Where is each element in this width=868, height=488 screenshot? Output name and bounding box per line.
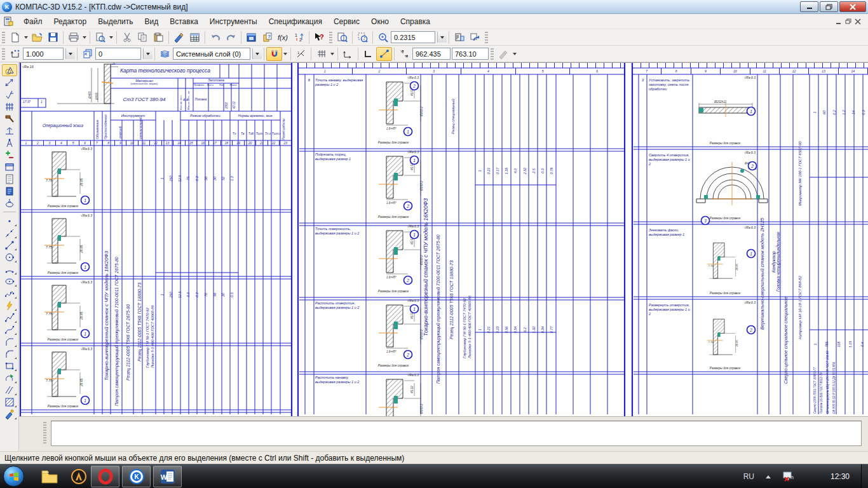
operation-text[interactable]: Подрезать торец, выдерживая размер 1 bbox=[313, 149, 366, 223]
document-icon[interactable] bbox=[3, 16, 14, 27]
operation-number[interactable]: 6 bbox=[305, 74, 313, 149]
sheet2-values-band1[interactable]: 10.210.171.354.02.522.50.30.78 bbox=[475, 158, 556, 184]
roughness-mark[interactable]: √Ra 6.3 bbox=[407, 150, 419, 154]
context-help-button[interactable]: ? bbox=[311, 30, 327, 44]
sketch-caption[interactable]: Размеры для справок bbox=[366, 215, 421, 219]
grid-dropdown[interactable] bbox=[329, 47, 336, 61]
window-manager-button[interactable] bbox=[243, 30, 259, 44]
circle-tool-button[interactable] bbox=[2, 251, 17, 263]
top-dim-2[interactable]: Ø500 bbox=[96, 93, 99, 100]
parametrization-tool-button[interactable] bbox=[2, 125, 17, 137]
operation-number[interactable] bbox=[639, 299, 647, 374]
sketch-caption[interactable]: Размеры для справок bbox=[693, 292, 757, 295]
undo-button[interactable] bbox=[207, 30, 223, 44]
material-value[interactable]: Ст3 ГОСТ 380-94 bbox=[111, 88, 178, 111]
layers-icon[interactable] bbox=[157, 47, 173, 61]
auxiliary-line-tool-button[interactable] bbox=[2, 227, 17, 239]
segment-tool-button[interactable] bbox=[2, 239, 17, 251]
fx-variables-button[interactable]: f(x) bbox=[275, 30, 291, 44]
fixture-text-s1[interactable]: Патрон самоцентрирующий трехкулачковый 7… bbox=[114, 257, 119, 406]
table-v1[interactable]: 17.37 bbox=[23, 100, 31, 104]
local-cs-button[interactable] bbox=[340, 47, 356, 61]
sheet3-values-band1[interactable]: 1600.21.2140.3 bbox=[810, 101, 868, 124]
close-button[interactable] bbox=[839, 1, 866, 12]
sketch-caption[interactable]: Размеры для справок bbox=[32, 338, 94, 341]
print-dropdown[interactable] bbox=[81, 30, 88, 44]
nurbs-curve-tool-button[interactable] bbox=[2, 287, 17, 299]
grid-button[interactable] bbox=[313, 47, 329, 61]
blank-num1[interactable]: 2002 bbox=[226, 102, 229, 109]
menu-item[interactable]: Вид bbox=[139, 15, 165, 28]
operation-number[interactable]: 3 bbox=[639, 74, 647, 149]
ellipse-tool-button[interactable] bbox=[2, 275, 17, 287]
taskbar-clock[interactable]: 12:30 bbox=[831, 472, 850, 481]
designations-tool-button[interactable] bbox=[2, 88, 17, 100]
sketch-caption[interactable]: Размеры для справок bbox=[366, 364, 421, 367]
selection-tool-button[interactable] bbox=[2, 149, 17, 161]
point-tool-button[interactable] bbox=[2, 215, 17, 227]
zoom-page-button[interactable] bbox=[334, 30, 350, 44]
roughness-mark[interactable]: √Ra 6.3 bbox=[407, 76, 419, 79]
show-desktop-button[interactable] bbox=[861, 464, 868, 488]
toolbar-grip[interactable] bbox=[485, 32, 488, 43]
menu-item[interactable]: Файл bbox=[18, 15, 48, 28]
roughness-mark[interactable]: √Ra 6.3 bbox=[407, 373, 419, 377]
machine-text-s2[interactable]: Токарно-винторезный станок с ЧПУ модель … bbox=[423, 198, 429, 336]
views-icon[interactable] bbox=[79, 47, 95, 61]
roughness-mark[interactable]: √Ra 6.3 bbox=[81, 347, 92, 351]
cut-button[interactable] bbox=[119, 30, 135, 44]
line-style-brush-tool-button[interactable] bbox=[2, 408, 17, 420]
rounding-snap-button[interactable] bbox=[376, 47, 392, 61]
sketch-caption[interactable]: Размеры для справок bbox=[32, 271, 94, 274]
rectangle-tool-button[interactable] bbox=[2, 360, 17, 372]
property-input[interactable] bbox=[51, 421, 862, 446]
snap-magnet-button[interactable] bbox=[266, 47, 282, 61]
roughness-mark[interactable]: √Ra 6.3 bbox=[407, 299, 419, 302]
fixture2-text-s3[interactable]: Головка четырехшпиндельная bbox=[776, 232, 780, 292]
step-combo[interactable]: 1.000 bbox=[23, 48, 64, 60]
meas2-text-s3[interactable]: Нутромер НИ 10-18-1 ГОСТ 868-82 bbox=[798, 276, 803, 339]
continuous-input-tool-button[interactable] bbox=[2, 299, 17, 311]
roughness-mark[interactable]: √Ra 6.3 bbox=[407, 224, 419, 228]
sketch-caption[interactable]: Размеры для справок bbox=[32, 205, 94, 208]
view-combo-dropdown[interactable] bbox=[143, 48, 153, 59]
operation-number[interactable] bbox=[305, 372, 313, 416]
preview-button[interactable] bbox=[92, 30, 108, 44]
menu-item[interactable]: Сервис bbox=[328, 15, 365, 28]
geometry-tool-button[interactable] bbox=[2, 64, 17, 76]
parametric-mode-button[interactable]: 1 bbox=[293, 47, 309, 61]
sketch-caption[interactable]: Размеры для справок bbox=[366, 141, 421, 144]
titleblock-line3[interactable]: Штангенциркуль ШЦ-II-250-0.05 ГОСТ 166-8… bbox=[826, 351, 829, 414]
measure-tool-button[interactable] bbox=[2, 137, 17, 149]
menu-item[interactable]: Выделить bbox=[92, 15, 139, 28]
restore-button[interactable] bbox=[820, 1, 838, 12]
machine-text-s1[interactable]: Токарно-винторезный станок с ЧПУ модель … bbox=[104, 251, 110, 381]
drawing-canvas[interactable]: 7.75 28.85 40.02 Ø203.2 1.6×45° bbox=[19, 62, 868, 416]
roughness-top[interactable]: √Ra 16 bbox=[22, 65, 34, 69]
network-status-icon[interactable] bbox=[782, 471, 795, 482]
specification-tool-button[interactable] bbox=[2, 173, 17, 185]
zoom-combo[interactable]: 0.2315 bbox=[391, 31, 435, 43]
tool1-text-s1[interactable]: Резец 2112-0005 Т5К6 ГОСТ 2675-80 bbox=[126, 304, 131, 381]
panel-grip[interactable] bbox=[43, 422, 46, 445]
views-tool-button[interactable] bbox=[2, 161, 17, 173]
titleblock-line2[interactable]: Патрон 16-Б16 ГОСТ 8522-79 bbox=[820, 372, 823, 414]
roughness-mark[interactable]: √Ra 6.3 bbox=[744, 76, 756, 79]
overflow-chevron[interactable] bbox=[512, 47, 518, 61]
menu-item[interactable]: Вставка bbox=[164, 15, 204, 28]
roughness-mark[interactable]: √Ra 6.3 bbox=[81, 214, 92, 217]
explorer-taskbar-icon[interactable] bbox=[40, 467, 59, 486]
sheet3-values-band2[interactable]: 17851181.150.4 bbox=[810, 333, 868, 356]
coord-x-field[interactable]: 763.10 bbox=[452, 48, 489, 60]
sketch-caption[interactable]: Размеры для справок bbox=[366, 290, 421, 293]
top-dim-3[interactable]: 25 bbox=[112, 63, 115, 66]
chamfer-tool-button[interactable] bbox=[2, 336, 17, 348]
snap-dropdown[interactable] bbox=[282, 47, 288, 61]
app-a-taskbar-icon[interactable] bbox=[69, 467, 88, 486]
blank-value[interactable]: Поковка bbox=[193, 88, 208, 111]
zoom-area-button[interactable] bbox=[355, 30, 370, 44]
sketch-caption[interactable]: Размеры для справок bbox=[32, 405, 94, 408]
opera-taskbar-button[interactable] bbox=[91, 466, 119, 487]
start-button[interactable] bbox=[3, 466, 24, 487]
titleblock-line4[interactable]: ОК 005 05-12-Р 105 Б 12 Д4 50 01 К56 bbox=[832, 362, 836, 414]
